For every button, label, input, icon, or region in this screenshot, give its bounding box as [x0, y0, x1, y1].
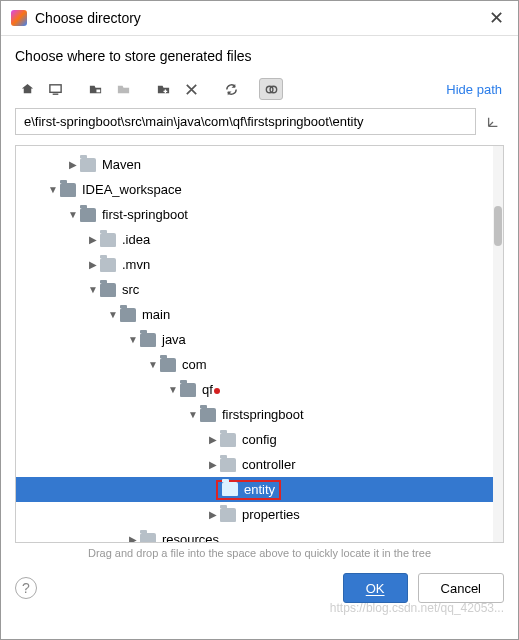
chevron-right-icon[interactable]: ▶	[86, 234, 100, 245]
dialog-title: Choose directory	[35, 10, 485, 26]
tree-node-label: first-springboot	[102, 207, 188, 222]
dialog-subtitle: Choose where to store generated files	[1, 36, 518, 74]
toolbar: Hide path	[1, 74, 518, 108]
tree-node-label: qf	[202, 382, 220, 397]
chevron-down-icon[interactable]: ▼	[146, 359, 160, 370]
chevron-down-icon[interactable]: ▼	[66, 209, 80, 220]
delete-icon[interactable]	[179, 78, 203, 100]
tree-node[interactable]: ▼qf	[16, 377, 503, 402]
folder-open-icon	[80, 208, 96, 222]
tree-node[interactable]: ▶resources	[16, 527, 503, 543]
folder-icon	[80, 158, 96, 172]
tree-node[interactable]: ▼java	[16, 327, 503, 352]
folder-open-icon	[120, 308, 136, 322]
chevron-down-icon[interactable]: ▼	[186, 409, 200, 420]
tree-node-label: .mvn	[122, 257, 150, 272]
hide-path-link[interactable]: Hide path	[446, 82, 504, 97]
tree-node-label: .idea	[122, 232, 150, 247]
scrollbar[interactable]	[493, 146, 503, 542]
help-icon[interactable]: ?	[15, 577, 37, 599]
folder-icon	[100, 233, 116, 247]
tree-node[interactable]: ▶.idea	[16, 227, 503, 252]
directory-tree[interactable]: ▶Maven▼IDEA_workspace▼first-springboot▶.…	[16, 146, 503, 543]
folder-open-icon	[140, 333, 156, 347]
folder-icon	[220, 433, 236, 447]
show-hidden-icon[interactable]	[259, 78, 283, 100]
tree-node[interactable]: ▼first-springboot	[16, 202, 503, 227]
folder-open-icon	[100, 283, 116, 297]
folder-open-icon	[200, 408, 216, 422]
tree-node-label: com	[182, 357, 207, 372]
cancel-button[interactable]: Cancel	[418, 573, 504, 603]
refresh-icon[interactable]	[219, 78, 243, 100]
folder-open-icon	[160, 358, 176, 372]
path-input[interactable]: e\first-springboot\src\main\java\com\qf\…	[15, 108, 476, 135]
chevron-right-icon[interactable]: ▶	[206, 509, 220, 520]
new-folder-icon[interactable]	[151, 78, 175, 100]
path-text: e\first-springboot\src\main\java\com\qf\…	[24, 114, 364, 129]
chevron-down-icon[interactable]: ▼	[126, 334, 140, 345]
tree-node[interactable]: ▼IDEA_workspace	[16, 177, 503, 202]
tree-node-label: properties	[242, 507, 300, 522]
tree-node-label: src	[122, 282, 139, 297]
tree-node[interactable]: ▶properties	[16, 502, 503, 527]
tree-node-label: Maven	[102, 157, 141, 172]
close-icon[interactable]: ✕	[485, 7, 508, 29]
chevron-right-icon[interactable]: ▶	[86, 259, 100, 270]
chevron-right-icon[interactable]: ▶	[206, 459, 220, 470]
module-folder-icon[interactable]	[83, 78, 107, 100]
tree-node-label: java	[162, 332, 186, 347]
folder-open-icon	[222, 482, 238, 496]
ok-button[interactable]: OK	[343, 573, 408, 603]
folder-icon	[220, 458, 236, 472]
tree-node-label: entity	[244, 482, 275, 497]
tree-node[interactable]: ▼main	[16, 302, 503, 327]
tree-node-label: config	[242, 432, 277, 447]
tree-node[interactable]: ▼com	[16, 352, 503, 377]
chevron-right-icon[interactable]: ▶	[126, 534, 140, 543]
folder-icon	[220, 508, 236, 522]
tree-node-label: resources	[162, 532, 219, 543]
tree-node-label: main	[142, 307, 170, 322]
chevron-right-icon[interactable]: ▶	[66, 159, 80, 170]
tree-node[interactable]: ▶controller	[16, 452, 503, 477]
tree-node[interactable]: ▼firstspringboot	[16, 402, 503, 427]
svg-rect-1	[96, 89, 100, 92]
chevron-down-icon[interactable]: ▼	[86, 284, 100, 295]
svg-rect-0	[49, 84, 60, 92]
folder-icon	[140, 533, 156, 544]
desktop-icon[interactable]	[43, 78, 67, 100]
history-dropdown-icon[interactable]	[482, 108, 504, 135]
folder-open-icon	[60, 183, 76, 197]
tree-node[interactable]: ▶Maven	[16, 152, 503, 177]
tree-node-label: controller	[242, 457, 295, 472]
chevron-down-icon[interactable]: ▼	[46, 184, 60, 195]
tree-node[interactable]: ▶entity	[16, 477, 503, 502]
drop-hint: Drag and drop a file into the space abov…	[1, 543, 518, 567]
scrollbar-thumb[interactable]	[494, 206, 502, 246]
tree-node-label: IDEA_workspace	[82, 182, 182, 197]
tree-node[interactable]: ▶config	[16, 427, 503, 452]
app-icon	[11, 10, 27, 26]
tree-node[interactable]: ▶.mvn	[16, 252, 503, 277]
chevron-right-icon[interactable]: ▶	[206, 434, 220, 445]
folder-open-icon	[180, 383, 196, 397]
module-folder-disabled-icon	[111, 78, 135, 100]
tree-node-label: firstspringboot	[222, 407, 304, 422]
tree-node[interactable]: ▼src	[16, 277, 503, 302]
home-icon[interactable]	[15, 78, 39, 100]
folder-icon	[100, 258, 116, 272]
chevron-down-icon[interactable]: ▼	[166, 384, 180, 395]
chevron-down-icon[interactable]: ▼	[106, 309, 120, 320]
